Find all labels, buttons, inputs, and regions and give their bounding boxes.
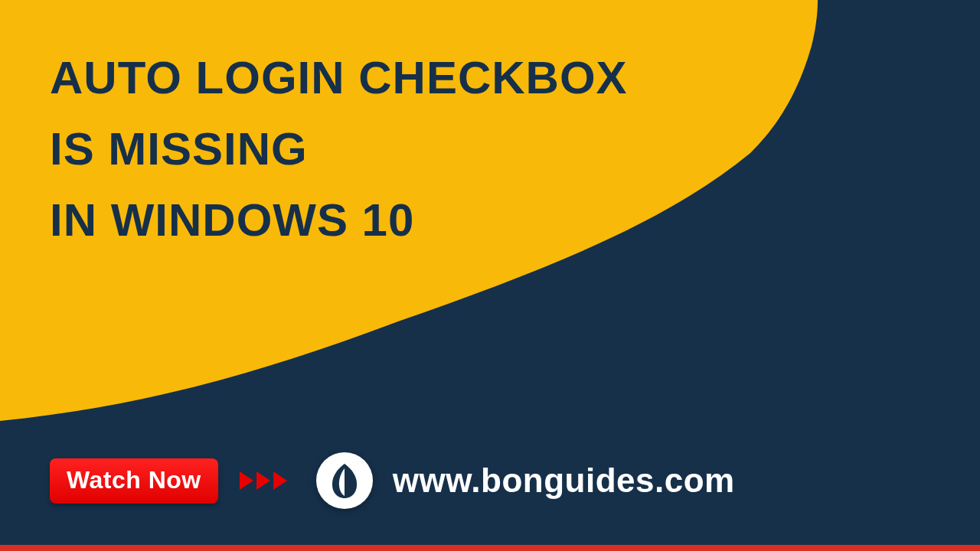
footer-bar: Watch Now www.bonguides.com — [50, 452, 735, 509]
arrow-icon — [273, 471, 287, 490]
watch-now-button[interactable]: Watch Now — [50, 458, 218, 504]
site-url: www.bonguides.com — [393, 461, 735, 500]
arrow-icon — [256, 471, 270, 490]
title-line-3: IN WINDOWS 10 — [50, 184, 628, 256]
bonguides-logo — [316, 452, 373, 509]
title-line-2: IS MISSING — [50, 113, 628, 184]
leaf-icon — [328, 462, 361, 499]
title-line-1: AUTO LOGIN CHECKBOX — [50, 42, 628, 113]
arrow-icons — [240, 471, 287, 490]
title-block: AUTO LOGIN CHECKBOX IS MISSING IN WINDOW… — [50, 42, 628, 256]
arrow-icon — [240, 471, 253, 490]
bottom-red-border — [0, 545, 980, 551]
